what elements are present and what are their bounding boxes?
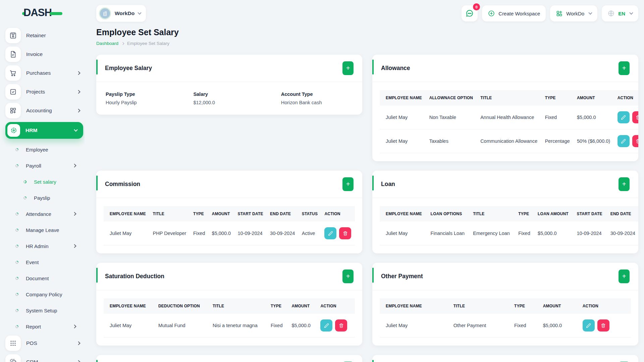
sidebar-nav: Retainer Invoice Purchases Projects — [5, 28, 85, 362]
sidebar-item-document[interactable]: Document — [5, 272, 85, 285]
sidebar-item-projects[interactable]: Projects — [5, 84, 85, 99]
table-row: Juliet MayTaxablesCommunication Allowanc… — [380, 129, 638, 153]
table-cell: Juliet May — [104, 314, 155, 338]
table-cell: Other Payment — [450, 314, 511, 338]
sidebar-item-payroll[interactable]: Payroll — [5, 159, 85, 172]
sidebar-item-event[interactable]: Event — [5, 255, 85, 269]
plus-circle-icon — [488, 10, 495, 17]
sidebar-item-employee[interactable]: Employee — [5, 143, 85, 156]
sidebar-item-retainer[interactable]: Retainer — [5, 28, 85, 43]
delete-button[interactable] — [339, 227, 351, 239]
add-saturation-deduction-button[interactable]: + — [342, 269, 354, 283]
delete-button[interactable] — [632, 135, 638, 147]
table-header-row: EMPLOYEE NAMEALLOWNACE OPTIONTITLETYPEAM… — [380, 90, 638, 106]
sidebar-item-attendance[interactable]: Attendance — [5, 207, 85, 221]
table-cell: Nisi a tenetur magna — [209, 314, 267, 338]
dash-logo[interactable]: DASH — [5, 5, 85, 21]
edit-button[interactable] — [583, 319, 595, 331]
sidebar-item-company-policy[interactable]: Company Policy — [5, 288, 85, 301]
card-header: Commission + — [96, 171, 362, 198]
sidebar-item-hr-admin[interactable]: HR Admin — [5, 239, 85, 253]
trash-icon — [636, 115, 638, 120]
edit-button[interactable] — [324, 227, 336, 239]
add-employee-salary-button[interactable]: + — [342, 61, 354, 75]
table-cell: 30-09-2024 — [267, 222, 299, 245]
edit-button[interactable] — [618, 111, 630, 123]
sidebar-item-label: HRM — [25, 127, 37, 133]
column-header: DEDUCTION OPTION — [155, 298, 209, 314]
messages-button[interactable]: 0 — [462, 5, 478, 21]
loan-card: Loan + EMPLOYEE NAMELOAN OPTIONSTITLETYP… — [372, 171, 638, 253]
add-loan-button[interactable]: + — [619, 177, 630, 191]
table-cell: 10-09-2024 — [573, 222, 607, 245]
overtime-card: Overtime + — [96, 355, 362, 362]
sidebar: DASH Retainer Invoice Purchases — [0, 0, 85, 362]
column-header: LOAN OPTIONS — [427, 206, 470, 222]
column-header: TYPE — [267, 298, 288, 314]
table-cell: PHP Developer — [150, 222, 190, 245]
chevron-down-icon — [588, 11, 592, 14]
edit-button[interactable] — [618, 135, 630, 147]
sidebar-item-purchases[interactable]: Purchases — [5, 66, 85, 80]
table-cell: 30-09-2024 — [607, 222, 638, 245]
column-header: EMPLOYEE NAME — [380, 298, 450, 314]
bullet-icon — [15, 308, 19, 313]
chevron-right-icon — [76, 90, 80, 94]
table-cell: $5,000.0 — [534, 222, 573, 245]
table-cell: Fixed — [190, 222, 209, 245]
column-header: EMPLOYEE NAME — [380, 206, 427, 222]
card-title: Allowance — [381, 65, 410, 72]
sidebar-item-accounting[interactable]: Accounting — [5, 103, 85, 118]
sidebar-item-payslip[interactable]: Payslip — [5, 191, 85, 204]
sidebar-item-system-setup[interactable]: System Setup — [5, 304, 85, 317]
delete-button[interactable] — [597, 319, 609, 331]
chevron-down-icon — [138, 11, 141, 14]
delete-button[interactable] — [632, 111, 638, 123]
globe-icon — [607, 10, 615, 17]
accounting-icon — [5, 103, 21, 118]
sidebar-item-manage-leave[interactable]: Manage Leave — [5, 223, 85, 237]
edit-button[interactable] — [320, 319, 332, 331]
salary-fields: Payslip Type Hourly Payslip Salary $12,0… — [104, 90, 355, 107]
sidebar-item-pos[interactable]: POS — [5, 336, 85, 351]
sidebar-item-invoice[interactable]: Invoice — [5, 47, 85, 62]
breadcrumb: Dashboard Employee Set Salary — [96, 41, 638, 46]
language-selector[interactable]: EN — [602, 5, 638, 21]
table-cell: $5,000.0 — [540, 314, 579, 338]
table-cell: $5,000.0 — [288, 314, 317, 338]
create-workspace-button[interactable]: Create Workspace — [482, 5, 546, 21]
sidebar-item-report[interactable]: Report — [5, 320, 85, 333]
allowance-table: EMPLOYEE NAMEALLOWNACE OPTIONTITLETYPEAM… — [380, 90, 638, 153]
add-other-payment-button[interactable]: + — [619, 269, 630, 283]
sidebar-item-label: Retainer — [26, 33, 46, 39]
loan-table: EMPLOYEE NAMELOAN OPTIONSTITLETYPELOAN A… — [380, 206, 638, 245]
table-cell: 50% ($6,000.0) — [574, 129, 614, 153]
sidebar-item-crm[interactable]: CRM — [5, 355, 85, 362]
card-title: Other Payment — [381, 273, 423, 280]
add-allowance-button[interactable]: + — [619, 61, 630, 75]
delete-button[interactable] — [335, 319, 347, 331]
sidebar-item-hrm[interactable]: HRM — [5, 122, 83, 139]
table-cell: Juliet May — [380, 106, 426, 129]
breadcrumb-dashboard-link[interactable]: Dashboard — [96, 41, 118, 46]
column-header: TITLE — [477, 90, 541, 106]
workspace-switcher[interactable]: WorkDo — [96, 5, 146, 22]
table-cell: Percentage — [542, 129, 574, 153]
sidebar-item-label: Projects — [26, 89, 45, 95]
workspace-menu-label: WorkDo — [566, 11, 584, 16]
retainer-icon — [5, 28, 21, 43]
chevron-right-icon — [76, 360, 80, 362]
sidebar-item-set-salary[interactable]: Set salary — [5, 175, 85, 188]
chat-icon — [465, 9, 474, 18]
column-header: TYPE — [542, 90, 574, 106]
page-title: Employee Set Salary — [96, 27, 638, 37]
trash-icon — [636, 139, 638, 144]
page-head: Employee Set Salary Dashboard Employee S… — [96, 27, 638, 46]
column-header: TITLE — [150, 206, 190, 222]
table-cell: Emergency Loan — [470, 222, 515, 245]
language-label: EN — [618, 11, 625, 16]
workspace-menu-button[interactable]: WorkDo — [550, 5, 597, 21]
card-title: Employee Salary — [105, 65, 152, 72]
column-header: ACTION — [321, 206, 355, 222]
add-commission-button[interactable]: + — [342, 177, 354, 191]
